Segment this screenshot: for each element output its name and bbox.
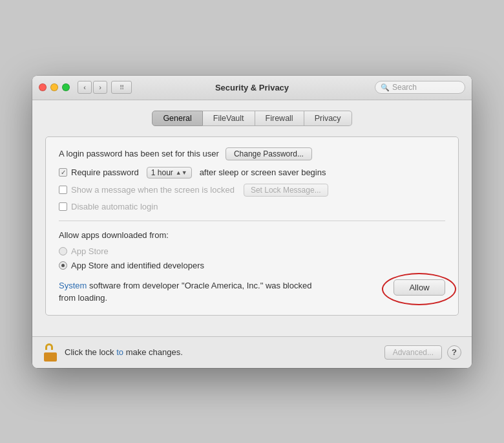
search-icon: 🔍 <box>381 83 390 92</box>
change-password-button[interactable]: Change Password... <box>226 147 312 160</box>
tab-general[interactable]: General <box>152 111 202 126</box>
lock-text: Click the lock to make changes. <box>65 347 378 357</box>
allow-button-wrapper: Allow <box>394 279 445 296</box>
bottom-right: Advanced... ? <box>384 345 461 360</box>
blocked-text: System software from developer "Oracle A… <box>59 279 383 305</box>
require-password-checkbox[interactable]: ✓ <box>59 168 67 177</box>
blocked-text-part2: from loading. <box>59 293 107 303</box>
radio-identified-label: App Store and identified developers <box>71 261 204 270</box>
radio-app-store-label: App Store <box>71 246 109 256</box>
main-window: ‹ › ⠿ Security & Privacy 🔍 Search Genera… <box>32 76 472 368</box>
window-title: Security & Privacy <box>215 83 289 92</box>
general-panel: A login password has been set for this u… <box>45 136 459 316</box>
allow-button[interactable]: Allow <box>394 279 445 296</box>
login-password-text: A login password has been set for this u… <box>59 149 219 158</box>
radio-app-store-row: App Store <box>59 246 445 256</box>
nav-buttons: ‹ › <box>78 81 107 94</box>
tab-privacy[interactable]: Privacy <box>304 111 352 126</box>
minimize-button[interactable] <box>50 83 58 91</box>
tab-firewall[interactable]: Firewall <box>255 111 304 126</box>
content-area: General FileVault Firewall Privacy A log… <box>32 100 472 336</box>
disable-login-checkbox[interactable] <box>59 202 67 211</box>
allow-section: System software from developer "Oracle A… <box>59 279 445 305</box>
grid-button[interactable]: ⠿ <box>111 81 132 94</box>
titlebar: ‹ › ⠿ Security & Privacy 🔍 Search <box>32 76 472 100</box>
tabs-bar: General FileVault Firewall Privacy <box>45 111 459 126</box>
blocked-text-highlight: System <box>59 281 87 290</box>
search-box[interactable]: 🔍 Search <box>375 81 465 94</box>
traffic-lights <box>39 83 70 91</box>
radio-app-store[interactable] <box>59 247 67 255</box>
lock-icon <box>43 343 58 362</box>
login-password-row: A login password has been set for this u… <box>59 147 445 160</box>
require-password-suffix: after sleep or screen saver begins <box>200 167 326 177</box>
require-password-value: 1 hour <box>151 168 173 177</box>
forward-button[interactable]: › <box>93 81 107 94</box>
lock-link[interactable]: to <box>116 347 123 357</box>
show-message-label: Show a message when the screen is locked <box>71 185 235 195</box>
radio-dot <box>61 264 65 267</box>
lock-body <box>44 352 57 362</box>
help-button[interactable]: ? <box>447 345 461 360</box>
lock-shackle <box>45 343 53 350</box>
maximize-button[interactable] <box>62 83 70 91</box>
radio-identified[interactable] <box>59 261 67 270</box>
tab-filevault[interactable]: FileVault <box>203 111 255 126</box>
require-password-row: ✓ Require password 1 hour ▲▼ after sleep… <box>59 167 445 178</box>
allow-apps-title: Allow apps downloaded from: <box>59 230 445 240</box>
show-message-checkbox[interactable] <box>59 186 67 194</box>
advanced-button[interactable]: Advanced... <box>384 345 442 360</box>
blocked-text-part1-rest: software from developer "Oracle America,… <box>87 281 311 290</box>
require-password-dropdown[interactable]: 1 hour ▲▼ <box>147 167 192 178</box>
search-input[interactable]: Search <box>392 83 459 92</box>
set-lock-message-button[interactable]: Set Lock Message... <box>244 184 328 197</box>
disable-login-row: Disable automatic login <box>59 202 445 211</box>
bottom-bar: Click the lock to make changes. Advanced… <box>32 336 472 368</box>
panel-divider <box>59 221 445 221</box>
show-message-row: Show a message when the screen is locked… <box>59 184 445 197</box>
dropdown-arrow-icon: ▲▼ <box>176 169 187 176</box>
require-password-label: Require password <box>71 167 139 177</box>
disable-login-label: Disable automatic login <box>71 202 158 211</box>
radio-identified-row: App Store and identified developers <box>59 261 445 270</box>
close-button[interactable] <box>39 83 47 91</box>
back-button[interactable]: ‹ <box>78 81 92 94</box>
